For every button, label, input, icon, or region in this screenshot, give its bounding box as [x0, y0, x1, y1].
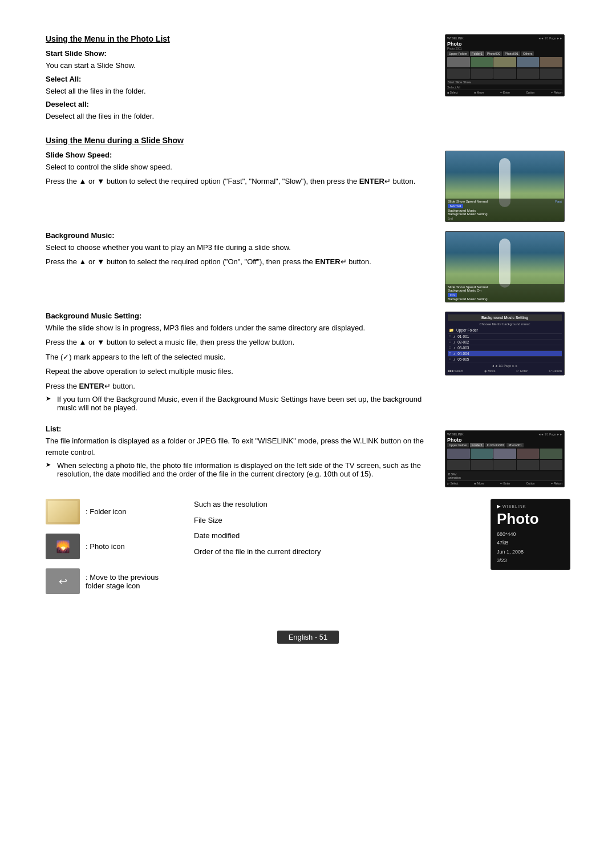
bgm-text: Background Music: Select to choose wheth…: [46, 231, 428, 302]
thumb-5: [540, 57, 562, 67]
list-photo-screen: WISELINK ◄◄ 1/1 Page ►► Photo Upper Fold…: [445, 430, 565, 487]
bgm-label-05: 05-005: [457, 357, 469, 361]
list-text: List: The file information is displayed …: [46, 425, 428, 487]
start-slide-show-body: You can start a Slide Show.: [46, 60, 428, 71]
pls-menu-start: Start Slide Show: [447, 80, 562, 84]
bgm-page-nav: ◄◄ 1/1 Page ►►: [448, 364, 562, 368]
select-all-body: Select all the files in the folder.: [46, 86, 428, 97]
bottom-section: : Folder icon : Photo icon : Move to the…: [46, 499, 570, 603]
wiselink-title-text: Photo: [497, 510, 564, 528]
list-footer-return: ↩ Return: [551, 482, 562, 485]
back-icon-label: : Move to the previous folder stage icon: [86, 573, 171, 590]
list-thumb-10: [540, 460, 562, 470]
subsection-list: List: The file information is displayed …: [46, 425, 570, 487]
bgm-on-highlight: On: [448, 293, 457, 297]
order-label: Order of the file in the current directo…: [194, 546, 479, 558]
speed-screenshot: Slide Show Speed Normal Fast Normal Back…: [445, 151, 570, 222]
bgm-icon-01: ♪: [453, 334, 456, 338]
section1-title: Using the Menu in the Photo List: [46, 34, 428, 43]
folder-icon: [46, 499, 80, 524]
section1-text: Using the Menu in the Photo List Start S…: [46, 34, 428, 126]
enter-bold-3: ENTER: [79, 382, 104, 390]
bgm-row-04: □ ♪ 04-004: [448, 351, 562, 357]
wiselink-logo-symbol: ▶: [497, 504, 501, 509]
bgm-icon-03: ♪: [453, 346, 456, 350]
bgm-label-04: 04-004: [457, 352, 469, 356]
bgm-upper-icon: 📁: [449, 328, 454, 333]
list-pls-title: Photo: [447, 437, 562, 443]
list-folder-1: Folder1: [470, 443, 484, 447]
bgm-check-02: □: [449, 340, 451, 344]
pls-pageinfo: ◄◄ 1/1 Page ►►: [538, 37, 562, 40]
list-info-box: B:SAVanimation: [447, 471, 562, 480]
list-thumb-8: [493, 460, 516, 470]
deselect-all-title: Deselect all:: [46, 100, 428, 108]
bgm-row-02: □ ♪ 02-002: [448, 340, 562, 345]
bgm-row-upper: 📁 Upper Folder: [448, 328, 562, 334]
speed-detail: Press the ▲ or ▼ button to select the re…: [46, 176, 428, 187]
start-slide-show-title: Start Slide Show:: [46, 49, 428, 58]
bgm-footer-select: ■■■ Select: [448, 369, 463, 373]
pls-footer-option: Option: [526, 91, 534, 94]
bgms-body: While the slide show is in progress, MP3…: [46, 322, 428, 334]
section1: Using the Menu in the Photo List Start S…: [46, 34, 570, 126]
bgm-setting-header: Background Music Setting: [448, 314, 562, 321]
pls-footer-enter: ↵ Enter: [500, 91, 510, 94]
legend-back: : Move to the previous folder stage icon: [46, 568, 171, 594]
page-content: Using the Menu in the Photo List Start S…: [46, 34, 570, 644]
annotation-labels: Such as the resolution File Size Date mo…: [194, 499, 479, 560]
list-wiselink: WISELINK: [447, 433, 464, 436]
section2: Using the Menu during a Slide Show Slide…: [46, 136, 570, 488]
thumb-7: [471, 68, 493, 79]
list-title: List:: [46, 425, 428, 433]
bgms-detail4: Press the ENTER↵ button.: [46, 381, 428, 392]
list-thumb-5: [540, 449, 562, 459]
list-thumb-7: [471, 460, 493, 470]
right-annotation: Such as the resolution File Size Date mo…: [194, 499, 570, 603]
bgm-check-03: □: [449, 346, 451, 349]
deselect-all-body: Deselect all the files in the folder.: [46, 111, 428, 122]
pls-folder-upper: Upper Folder: [447, 51, 469, 56]
thumb-6: [447, 68, 470, 79]
bgm-icon-04: ♪: [453, 352, 456, 356]
thumb-2: [471, 57, 493, 67]
list-thumb-4: [517, 449, 540, 459]
wiselink-info-text: 680*440 47kB Jun 1, 2008 3/23: [497, 530, 564, 565]
bgm-body: Select to choose whether you want to pla…: [46, 242, 428, 253]
speed-screen: Slide Show Speed Normal Fast Normal Back…: [445, 151, 565, 222]
bgm-footer-return: ↩ Return: [549, 369, 562, 373]
bgms-detail2: The (✓) mark appears to the left of the …: [46, 352, 428, 363]
bgms-detail1: Press the ▲ or ▼ button to select a musi…: [46, 337, 428, 348]
bgm-setting-screen: Background Music Setting Choose file for…: [445, 312, 565, 375]
thumb-8: [493, 68, 516, 79]
subsection-deselect-all: Deselect all: Deselect all the files in …: [46, 100, 428, 122]
bgm-row-05: □ ♪ 05-005: [448, 357, 562, 362]
pls-folder-1: Folder1: [470, 51, 484, 56]
pls-date: Photo 2001: [447, 47, 562, 50]
list-footer-move: ◈ Move: [474, 482, 484, 485]
bgm-row-01: □ ♪ 01-001: [448, 334, 562, 340]
bgm-screen: Slide Show Speed Normal Background Music…: [445, 231, 565, 302]
speed-body: Select to control the slide show speed.: [46, 161, 428, 173]
bgms-note: If you turn Off the Background Music, ev…: [46, 395, 428, 412]
photo-icon-label: : Photo icon: [86, 542, 125, 551]
list-body: The file information is displayed as a f…: [46, 435, 428, 458]
resolution-label: Such as the resolution: [194, 499, 479, 510]
list-footer-enter: ↵ Enter: [500, 482, 510, 485]
page-footer: English - 51: [46, 626, 570, 644]
icon-legend: : Folder icon : Photo icon : Move to the…: [46, 499, 171, 603]
pls-folder-photo001: Photo001: [503, 51, 520, 56]
bgm-footer-enter: ↵ Enter: [516, 369, 528, 373]
annotation-area: Such as the resolution File Size Date mo…: [194, 499, 570, 570]
subsection-select-all: Select All: Select all the files in the …: [46, 75, 428, 97]
list-footer-select: ▷ Select: [447, 482, 458, 485]
list-footer-option: Option: [526, 482, 535, 485]
wiselink-card: ▶ WISELINK Photo 680*440 47kB Jun 1, 200…: [491, 499, 570, 570]
speed-overlay-row1: Slide Show Speed Normal Fast: [448, 200, 562, 203]
pls-menu-select: Select All: [447, 86, 562, 89]
subsection-bgm: Background Music: Select to choose wheth…: [46, 231, 570, 302]
enter-bold-1: ENTER: [359, 177, 384, 185]
filesize-label: File Size: [194, 515, 479, 526]
pls-folder-photo000: Photo000: [485, 51, 502, 56]
bgms-title: Background Music Setting:: [46, 312, 428, 320]
